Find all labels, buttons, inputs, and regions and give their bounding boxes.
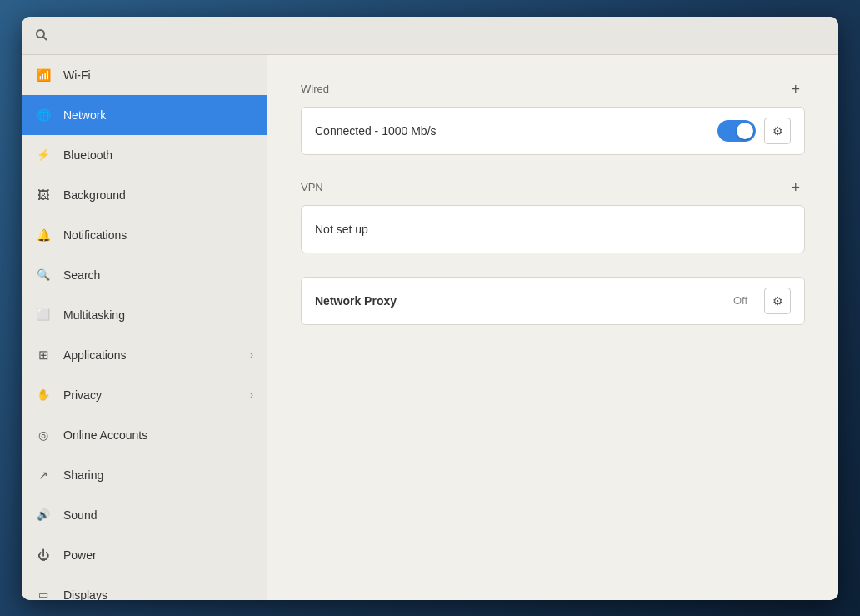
privacy-icon	[35, 387, 52, 403]
add-vpn-button[interactable]: +	[786, 178, 805, 197]
online-icon	[35, 427, 52, 443]
sidebar-item-wifi[interactable]: Wi-Fi	[22, 55, 267, 95]
sidebar-item-label-privacy: Privacy	[63, 388, 238, 402]
sidebar-item-applications[interactable]: Applications›	[22, 335, 267, 375]
displays-icon	[35, 587, 52, 600]
sidebar-item-label-power: Power	[63, 548, 253, 562]
sidebar-item-label-displays: Displays	[63, 588, 253, 600]
card-proxy: Network ProxyOff⚙	[301, 277, 805, 325]
add-wired-button[interactable]: +	[786, 80, 805, 98]
section-header-vpn: VPN+	[301, 178, 805, 197]
multitask-icon	[35, 307, 52, 323]
gear-button-network-proxy[interactable]: ⚙	[764, 288, 791, 314]
sidebar-item-label-background: Background	[63, 188, 253, 202]
notifications-icon	[35, 227, 52, 243]
section-title-wired: Wired	[301, 83, 329, 95]
card-vpn: Not set up	[301, 205, 805, 253]
close-button[interactable]	[807, 23, 830, 47]
sidebar-item-displays[interactable]: Displays	[22, 575, 267, 600]
titlebar-right	[268, 17, 838, 54]
card-row-vpn-status: Not set up	[302, 206, 804, 253]
sidebar-item-privacy[interactable]: Privacy›	[22, 375, 267, 415]
sharing-icon	[35, 467, 52, 483]
sidebar: Wi-FiNetworkBluetoothBackgroundNotificat…	[22, 55, 268, 600]
section-vpn: VPN+Not set up	[301, 178, 805, 253]
sidebar-item-label-bluetooth: Bluetooth	[63, 148, 253, 162]
titlebar	[22, 17, 838, 55]
search-icon	[35, 267, 52, 283]
sidebar-item-label-notifications: Notifications	[63, 228, 253, 242]
card-wired: Connected - 1000 Mb/s⚙	[301, 107, 805, 155]
settings-window: Wi-FiNetworkBluetoothBackgroundNotificat…	[22, 17, 838, 600]
sidebar-item-background[interactable]: Background	[22, 175, 267, 215]
bluetooth-icon	[35, 147, 52, 163]
row-value-network-proxy: Off	[733, 294, 748, 307]
search-icon	[35, 28, 48, 42]
network-icon	[35, 107, 52, 123]
row-label-network-proxy: Network Proxy	[315, 294, 733, 308]
svg-point-0	[37, 30, 44, 38]
toggle-wired-connection[interactable]	[718, 120, 756, 142]
titlebar-left	[22, 17, 268, 54]
sidebar-item-label-network: Network	[63, 108, 253, 122]
sound-icon	[35, 507, 52, 523]
wifi-icon	[35, 67, 52, 83]
sidebar-item-search[interactable]: Search	[22, 255, 267, 295]
sidebar-item-power[interactable]: Power	[22, 535, 267, 575]
sidebar-item-label-applications: Applications	[63, 348, 238, 362]
sidebar-item-online-accounts[interactable]: Online Accounts	[22, 415, 267, 455]
apps-icon	[35, 347, 52, 363]
section-title-vpn: VPN	[301, 181, 323, 193]
content: Wi-FiNetworkBluetoothBackgroundNotificat…	[22, 55, 838, 600]
sidebar-item-sharing[interactable]: Sharing	[22, 455, 267, 495]
chevron-right-icon: ›	[250, 389, 253, 401]
sidebar-item-bluetooth[interactable]: Bluetooth	[22, 135, 267, 175]
main-content: Wired+Connected - 1000 Mb/s⚙VPN+Not set …	[268, 55, 838, 600]
sidebar-item-notifications[interactable]: Notifications	[22, 215, 267, 255]
power-icon	[35, 547, 52, 563]
background-icon	[35, 187, 52, 203]
chevron-right-icon: ›	[250, 349, 253, 361]
sidebar-item-label-sharing: Sharing	[63, 468, 253, 482]
menu-button[interactable]	[233, 22, 260, 48]
gear-icon: ⚙	[772, 124, 783, 138]
row-label-vpn-status: Not set up	[315, 223, 791, 236]
sidebar-item-sound[interactable]: Sound	[22, 495, 267, 535]
sidebar-item-label-wifi: Wi-Fi	[63, 68, 253, 82]
sidebar-item-multitasking[interactable]: Multitasking	[22, 295, 267, 335]
section-wired: Wired+Connected - 1000 Mb/s⚙	[301, 80, 805, 155]
sidebar-item-label-online-accounts: Online Accounts	[63, 428, 253, 442]
gear-button-wired-connection[interactable]: ⚙	[764, 118, 791, 144]
section-header-wired: Wired+	[301, 80, 805, 98]
card-row-wired-connection: Connected - 1000 Mb/s⚙	[302, 108, 804, 154]
svg-line-1	[43, 37, 47, 40]
row-label-wired-connection: Connected - 1000 Mb/s	[315, 124, 718, 138]
sidebar-item-label-sound: Sound	[63, 508, 253, 522]
gear-icon: ⚙	[772, 294, 783, 308]
card-row-network-proxy: Network ProxyOff⚙	[302, 278, 804, 324]
sidebar-item-label-search: Search	[63, 268, 253, 282]
sidebar-item-network[interactable]: Network	[22, 95, 267, 135]
sidebar-item-label-multitasking: Multitasking	[63, 308, 253, 322]
section-proxy: Network ProxyOff⚙	[301, 277, 805, 325]
search-button[interactable]	[28, 22, 55, 48]
